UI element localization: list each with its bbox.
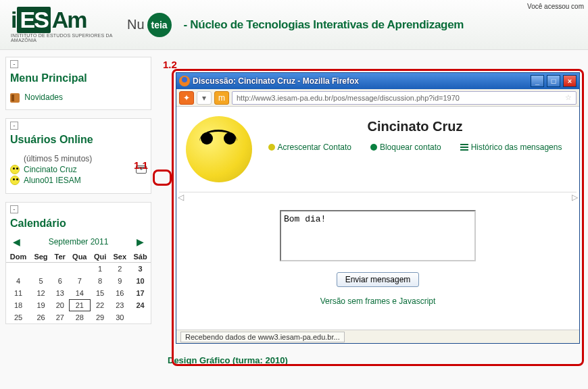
send-message-button[interactable]: Enviar mensagem bbox=[337, 272, 420, 287]
url-text: http://www3.iesam-pa.edu.br/pos/message/… bbox=[237, 94, 460, 102]
cal-day[interactable]: 23 bbox=[109, 299, 130, 311]
cal-day[interactable]: 6 bbox=[51, 275, 69, 287]
cal-day[interactable]: 25 bbox=[6, 311, 30, 323]
cal-day[interactable]: 13 bbox=[51, 287, 69, 299]
cal-day[interactable]: 7 bbox=[69, 275, 91, 287]
cal-day[interactable]: 22 bbox=[91, 299, 109, 311]
online-user-link[interactable]: Cincinato Cruz bbox=[24, 165, 77, 174]
online-user-link[interactable]: Aluno01 IESAM bbox=[24, 176, 81, 185]
history-link[interactable]: Histórico das mensagens bbox=[460, 142, 562, 152]
cal-day-header: Qua bbox=[69, 251, 91, 263]
cal-day bbox=[6, 262, 30, 275]
cal-day[interactable]: 15 bbox=[91, 287, 109, 299]
cal-day bbox=[30, 262, 51, 275]
status-bar: Recebendo dados de www3.iesam-pa.edu.br.… bbox=[176, 330, 579, 343]
calendar-table: DomSegTerQuaQuiSexSáb 123456789101112131… bbox=[6, 251, 151, 323]
message-textarea[interactable] bbox=[280, 210, 476, 261]
cal-day[interactable]: 9 bbox=[109, 275, 130, 287]
close-button[interactable]: × bbox=[563, 75, 577, 87]
cal-day[interactable]: 10 bbox=[130, 275, 151, 287]
cal-month[interactable]: September 2011 bbox=[49, 237, 109, 247]
cal-prev-button[interactable]: ◀ bbox=[10, 236, 23, 247]
menu-title: Menu Principal bbox=[6, 71, 151, 90]
cal-day[interactable]: 21 bbox=[69, 299, 91, 311]
dot-icon bbox=[370, 144, 377, 151]
cal-day[interactable]: 20 bbox=[51, 299, 69, 311]
maximize-button[interactable]: □ bbox=[547, 75, 560, 87]
cal-day[interactable]: 19 bbox=[30, 299, 51, 311]
block-menu: - Menu Principal Novidades bbox=[5, 57, 151, 110]
cal-day[interactable]: 8 bbox=[91, 275, 109, 287]
smile-icon bbox=[268, 144, 275, 151]
cal-day[interactable]: 29 bbox=[91, 311, 109, 323]
header-title: - Núcleo de Tecnologias Interativas de A… bbox=[184, 18, 464, 32]
block-contact-link[interactable]: Bloquear contato bbox=[370, 142, 441, 152]
cal-day[interactable]: 26 bbox=[30, 311, 51, 323]
cal-day[interactable]: 28 bbox=[69, 311, 91, 323]
cal-day[interactable]: 3 bbox=[130, 262, 151, 275]
collapse-icon[interactable]: - bbox=[10, 60, 18, 68]
cal-day[interactable]: 24 bbox=[130, 299, 151, 311]
collapse-icon[interactable]: - bbox=[10, 122, 18, 130]
cal-day bbox=[51, 262, 69, 275]
minimize-button[interactable]: _ bbox=[531, 75, 544, 87]
bookmark-star-icon[interactable]: ☆ bbox=[565, 93, 572, 102]
user-dropdown-icon[interactable]: ▾ bbox=[197, 91, 212, 105]
novidades-link[interactable]: Novidades bbox=[24, 93, 63, 102]
cal-day[interactable]: 17 bbox=[130, 287, 151, 299]
cal-day[interactable]: 27 bbox=[51, 311, 69, 323]
sidebar: - Menu Principal Novidades - Usuários On… bbox=[5, 57, 151, 367]
firefox-icon bbox=[179, 76, 190, 86]
site-header: iESAm INSTITUTO DE ESTUDOS SUPERIORES DA… bbox=[0, 0, 588, 50]
profile-name: Cincinato Cruz bbox=[260, 119, 570, 134]
cal-day[interactable]: 2 bbox=[109, 262, 130, 275]
cal-day[interactable]: 4 bbox=[6, 275, 30, 287]
cal-day[interactable]: 5 bbox=[30, 275, 51, 287]
cal-day-header: Sáb bbox=[130, 251, 151, 263]
window-title: Discussão: Cincinato Cruz - Mozilla Fire… bbox=[193, 76, 528, 86]
collapse-icon[interactable]: - bbox=[10, 205, 18, 213]
block-calendar: - Calendário ◀ September 2011 ▶ DomSegTe… bbox=[5, 202, 151, 324]
cal-day[interactable]: 18 bbox=[6, 299, 30, 311]
cal-day[interactable]: 12 bbox=[30, 287, 51, 299]
cal-day[interactable]: 30 bbox=[109, 311, 130, 323]
cal-day bbox=[130, 311, 151, 323]
login-info: Você acessou com bbox=[527, 3, 584, 10]
scroll-right-icon[interactable]: ▷ bbox=[572, 192, 578, 202]
annotation-label: 1.1 bbox=[134, 159, 148, 171]
nuteia-logo: Nu teia bbox=[127, 13, 172, 37]
cal-day[interactable]: 1 bbox=[91, 262, 109, 275]
cal-day-header: Ter bbox=[51, 251, 69, 263]
calendar-title: Calendário bbox=[6, 216, 151, 235]
profile-avatar bbox=[186, 116, 252, 182]
no-frames-link[interactable]: Versão sem frames e Javascript bbox=[320, 296, 436, 306]
cal-day[interactable]: 16 bbox=[109, 287, 130, 299]
annotation-box bbox=[153, 170, 172, 186]
cal-day-header: Sex bbox=[109, 251, 130, 263]
block-online: - Usuários Online (últimos 5 minutos) Ci… bbox=[5, 118, 151, 194]
cal-next-button[interactable]: ▶ bbox=[134, 236, 147, 247]
online-note: (últimos 5 minutos) bbox=[24, 154, 147, 163]
cal-day-header: Qui bbox=[91, 251, 109, 263]
cal-day-header: Seg bbox=[30, 251, 51, 263]
cal-day[interactable]: 11 bbox=[6, 287, 30, 299]
moodle-icon[interactable]: m bbox=[214, 91, 229, 105]
user-avatar-icon bbox=[10, 176, 20, 185]
cal-day[interactable]: 14 bbox=[69, 287, 91, 299]
online-title: Usuários Online bbox=[6, 132, 151, 151]
list-icon bbox=[460, 144, 468, 151]
app-icon[interactable]: ✦ bbox=[179, 91, 194, 105]
iesam-logo: iESAm INSTITUTO DE ESTUDOS SUPERIORES DA… bbox=[11, 7, 119, 43]
add-contact-link[interactable]: Acrescentar Contato bbox=[268, 142, 351, 152]
cal-day-header: Dom bbox=[6, 251, 30, 263]
user-avatar-icon bbox=[10, 165, 20, 174]
scroll-left-icon[interactable]: ◁ bbox=[178, 192, 184, 202]
browser-toolbar: ✦ ▾ m http://www3.iesam-pa.edu.br/pos/me… bbox=[176, 89, 579, 107]
discussion-popup: Discussão: Cincinato Cruz - Mozilla Fire… bbox=[176, 72, 580, 344]
cal-day bbox=[69, 262, 91, 275]
url-bar[interactable]: http://www3.iesam-pa.edu.br/pos/message/… bbox=[232, 91, 577, 105]
window-titlebar[interactable]: Discussão: Cincinato Cruz - Mozilla Fire… bbox=[176, 73, 579, 89]
news-icon bbox=[10, 93, 20, 103]
